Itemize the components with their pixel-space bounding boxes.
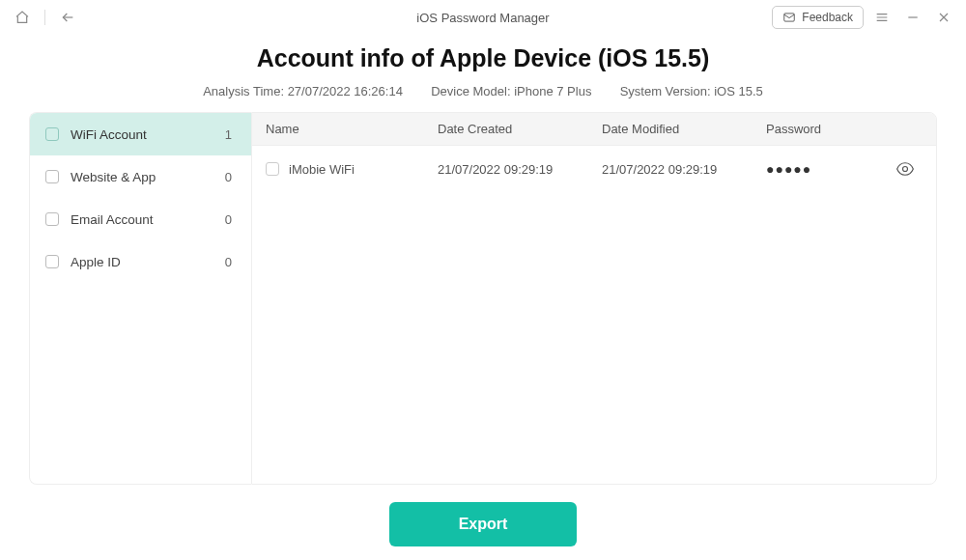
system-label: System Version: — [620, 84, 711, 98]
cell-name: iMobie WiFi — [289, 162, 355, 177]
close-icon[interactable] — [931, 5, 956, 30]
sidebar-item-apple-id[interactable]: Apple ID 0 — [30, 240, 251, 283]
cell-date-created: 21/07/2022 09:29:19 — [438, 162, 602, 177]
window-title: iOS Password Manager — [416, 11, 549, 25]
sidebar-item-label: Website & App — [71, 170, 225, 184]
main-table: Name Date Created Date Modified Password… — [251, 112, 937, 485]
home-icon[interactable] — [10, 5, 35, 30]
col-header-name: Name — [264, 122, 438, 136]
sidebar-item-website-app[interactable]: Website & App 0 — [30, 155, 251, 198]
sidebar-item-wifi-account[interactable]: WiFi Account 1 — [30, 113, 251, 155]
divider — [44, 10, 45, 25]
col-header-date-created: Date Created — [438, 122, 602, 136]
page-title: Account info of Apple Device (iOS 15.5) — [29, 44, 937, 72]
titlebar-left — [10, 5, 80, 30]
svg-point-1 — [903, 167, 908, 172]
sidebar-item-label: Apple ID — [71, 255, 225, 269]
panel: WiFi Account 1 Website & App 0 Email Acc… — [29, 112, 937, 485]
sidebar-item-count: 1 — [225, 127, 232, 142]
col-header-date-modified: Date Modified — [602, 122, 766, 136]
system-value: iOS 15.5 — [714, 84, 763, 98]
cell-date-modified: 21/07/2022 09:29:19 — [602, 162, 766, 177]
analysis-value: 27/07/2022 16:26:14 — [288, 84, 403, 98]
analysis-label: Analysis Time: — [203, 84, 284, 98]
table-header: Name Date Created Date Modified Password — [252, 113, 936, 146]
col-header-password: Password — [766, 122, 886, 136]
device-label: Device Model: — [431, 84, 510, 98]
checkbox[interactable] — [45, 212, 59, 226]
sidebar: WiFi Account 1 Website & App 0 Email Acc… — [29, 112, 251, 485]
sidebar-item-count: 0 — [225, 170, 232, 184]
feedback-label: Feedback — [802, 11, 853, 24]
sidebar-item-count: 0 — [225, 255, 232, 269]
table-row[interactable]: iMobie WiFi 21/07/2022 09:29:19 21/07/20… — [252, 146, 936, 192]
meta-row: Analysis Time: 27/07/2022 16:26:14 Devic… — [29, 84, 937, 98]
back-icon[interactable] — [55, 5, 80, 30]
feedback-button[interactable]: Feedback — [772, 6, 864, 29]
sidebar-item-count: 0 — [225, 212, 232, 227]
checkbox[interactable] — [45, 170, 59, 183]
export-button[interactable]: Export — [389, 502, 578, 546]
checkbox[interactable] — [45, 127, 59, 141]
eye-icon[interactable] — [886, 159, 924, 179]
device-value: iPhone 7 Plus — [514, 84, 591, 98]
svg-rect-0 — [784, 14, 795, 21]
menu-icon[interactable] — [869, 5, 895, 30]
content: Account info of Apple Device (iOS 15.5) … — [0, 35, 966, 546]
minimize-icon[interactable] — [900, 5, 925, 30]
titlebar: iOS Password Manager Feedback — [0, 0, 966, 35]
cell-password: ●●●●● — [766, 161, 886, 177]
footer: Export — [29, 502, 937, 546]
checkbox[interactable] — [45, 255, 59, 268]
checkbox[interactable] — [266, 162, 279, 176]
sidebar-item-label: WiFi Account — [71, 127, 225, 142]
mail-icon — [782, 11, 796, 24]
sidebar-item-label: Email Account — [71, 212, 225, 227]
sidebar-item-email-account[interactable]: Email Account 0 — [30, 198, 251, 240]
titlebar-right: Feedback — [772, 5, 956, 30]
